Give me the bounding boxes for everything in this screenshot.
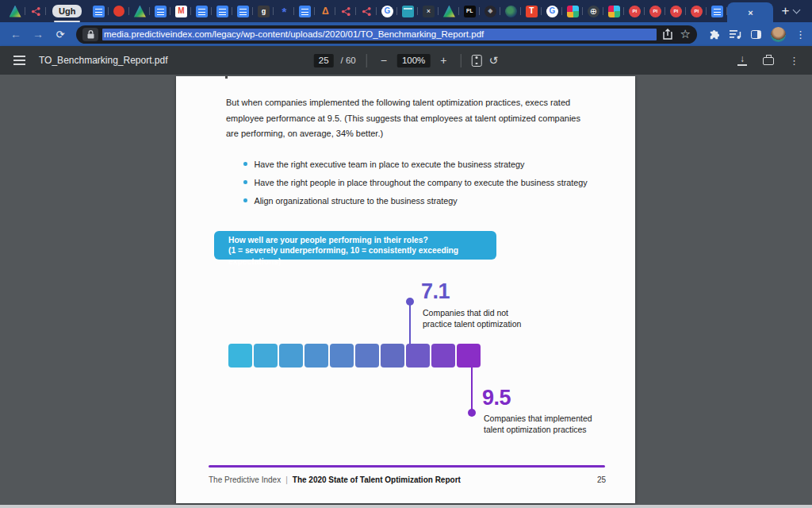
pinned-tab[interactable] xyxy=(439,0,459,22)
pinned-tab[interactable]: T xyxy=(521,0,542,22)
pinned-tab[interactable]: ⊕ xyxy=(583,0,603,22)
pinned-tab[interactable] xyxy=(88,0,109,22)
pinned-tab[interactable]: g xyxy=(253,0,274,22)
slack-favicon xyxy=(608,6,620,17)
share-red-favicon xyxy=(30,6,42,17)
pinned-tab[interactable] xyxy=(500,0,521,22)
footer-report-title: The 2020 State of Talent Optimization Re… xyxy=(293,475,461,484)
pinned-tab[interactable] xyxy=(25,0,46,22)
tab-close-icon[interactable]: × xyxy=(748,8,753,17)
scale-segment-5 xyxy=(330,344,354,368)
teal-card-favicon xyxy=(402,6,414,17)
triangle-orange-favicon: Δ xyxy=(320,6,331,17)
pinned-tab[interactable] xyxy=(562,0,583,22)
url-text[interactable]: media.predictiveindex.com/legacy/wp-cont… xyxy=(102,29,657,40)
pinned-tab[interactable] xyxy=(129,0,150,22)
fit-to-page-icon[interactable] xyxy=(472,55,482,67)
footer-page-number: 25 xyxy=(597,475,606,484)
new-tab-button[interactable]: + xyxy=(781,3,789,19)
reload-button[interactable]: ⟳ xyxy=(51,29,70,40)
pinned-tab[interactable]: PL xyxy=(459,0,480,22)
docs-favicon xyxy=(237,6,249,17)
pinned-tab[interactable] xyxy=(5,0,25,22)
docs-favicon xyxy=(711,6,723,17)
pinned-tab[interactable]: * xyxy=(274,0,294,22)
pinned-tab[interactable]: ◆ xyxy=(480,0,500,22)
intro-paragraph: But when companies implemented the follo… xyxy=(226,95,589,142)
pinned-tab[interactable] xyxy=(707,0,727,22)
pdf-menu-icon[interactable] xyxy=(13,56,25,64)
share-red-favicon xyxy=(340,6,352,17)
browser-menu-icon[interactable]: ⋮ xyxy=(795,29,806,40)
pinned-tab[interactable] xyxy=(294,0,315,22)
pinned-tab[interactable] xyxy=(397,0,418,22)
address-bar[interactable]: media.predictiveindex.com/legacy/wp-cont… xyxy=(76,25,697,44)
docs-favicon xyxy=(155,6,167,17)
extensions-puzzle-icon[interactable] xyxy=(708,29,720,40)
active-tab[interactable]: × xyxy=(727,2,773,22)
low-marker-dot xyxy=(406,298,414,306)
docs-favicon xyxy=(93,6,105,17)
pinned-tab[interactable]: PI xyxy=(645,0,665,22)
zoom-out-button[interactable]: − xyxy=(377,54,390,67)
earth-favicon xyxy=(505,6,517,17)
bullet-list: Have the right executive team in place t… xyxy=(243,155,588,210)
tab-group-chip[interactable]: Ugh xyxy=(52,5,82,17)
pinned-tab[interactable]: G xyxy=(542,0,562,22)
bullet-item: Have the right executive team in place t… xyxy=(243,155,588,173)
bullet-item: Have the right people in place throughou… xyxy=(243,173,588,191)
pinned-tab[interactable] xyxy=(356,0,377,22)
rotate-icon[interactable]: ↺ xyxy=(489,54,499,67)
pinned-tab[interactable]: PI xyxy=(686,0,707,22)
pi-favicon: PI xyxy=(629,6,641,17)
pinned-tab[interactable] xyxy=(603,0,624,22)
tab-search-chevron-icon[interactable] xyxy=(793,6,801,14)
dark-badge-favicon: ◆ xyxy=(485,6,496,17)
google-favicon: G xyxy=(381,6,393,17)
download-icon[interactable]: ↓ xyxy=(737,55,748,66)
pinned-tab[interactable] xyxy=(150,0,170,22)
pinned-tab[interactable] xyxy=(232,0,253,22)
site-security-chip[interactable] xyxy=(82,28,98,41)
back-button[interactable]: ← xyxy=(6,28,25,40)
forward-button[interactable]: → xyxy=(29,28,48,40)
pinned-tab[interactable] xyxy=(212,0,232,22)
print-icon[interactable] xyxy=(763,57,774,65)
pinned-tab[interactable]: Δ xyxy=(315,0,335,22)
red-circle-favicon xyxy=(113,6,124,17)
high-value: 9.5 xyxy=(482,386,511,410)
bullet-text: Have the right executive team in place t… xyxy=(255,160,525,169)
pinned-tab[interactable]: G xyxy=(377,0,397,22)
media-controls-icon[interactable] xyxy=(730,29,741,40)
side-panel-icon[interactable] xyxy=(751,30,761,39)
scale-segment-10 xyxy=(457,344,481,368)
scale-segment-2 xyxy=(254,344,278,368)
pinned-tab[interactable]: PI xyxy=(665,0,686,22)
lock-icon xyxy=(87,30,94,39)
profile-avatar[interactable] xyxy=(771,27,786,42)
t-red-favicon: T xyxy=(526,6,538,17)
pdf-filename: TO_Benchmarking_Report.pdf xyxy=(39,55,168,66)
pinned-tab[interactable] xyxy=(191,0,212,22)
pinned-tab[interactable]: M xyxy=(170,0,191,22)
zoom-level-input[interactable]: 100% xyxy=(397,54,430,67)
pdf-more-menu-icon[interactable]: ⋮ xyxy=(789,55,799,67)
pinned-tab[interactable] xyxy=(335,0,356,22)
callout-scale-note: (1 = severely underperforming, 10 = cons… xyxy=(228,245,488,267)
zoom-in-button[interactable]: + xyxy=(437,54,450,67)
high-value-label: Companies that implemented talent optimi… xyxy=(484,414,592,435)
pinned-tab[interactable]: × xyxy=(418,0,439,22)
share-icon[interactable] xyxy=(663,29,672,40)
page-number-input[interactable]: 25 xyxy=(314,54,334,67)
share-red-favicon xyxy=(361,6,373,17)
pinned-tab[interactable] xyxy=(109,0,129,22)
bookmark-star-icon[interactable]: ☆ xyxy=(680,27,691,41)
callout-question: How well are your people performing in t… xyxy=(228,235,488,246)
footer-divider-line xyxy=(209,465,605,468)
bullet-dot xyxy=(243,162,247,166)
low-marker-line xyxy=(409,301,411,344)
window-bottom-edge xyxy=(0,505,812,508)
pdf-viewer[interactable]: But when companies implemented the follo… xyxy=(0,75,812,508)
pinned-tab[interactable]: PI xyxy=(624,0,645,22)
scale-segments xyxy=(228,344,481,368)
